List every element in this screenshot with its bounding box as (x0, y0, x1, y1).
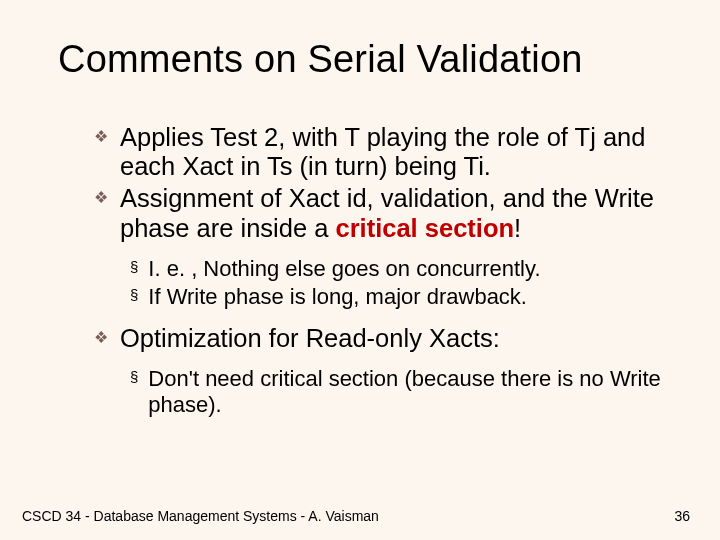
sub-bullet-item: § I. e. , Nothing else goes on concurren… (130, 256, 662, 282)
sub-bullet-text: If Write phase is long, major drawback. (148, 284, 527, 310)
bullet-list-level1: ❖ Optimization for Read-only Xacts: (94, 324, 662, 354)
bullet-list-level2: § I. e. , Nothing else goes on concurren… (130, 256, 662, 310)
slide: Comments on Serial Validation ❖ Applies … (0, 0, 720, 540)
sub-bullet-text: Don't need critical section (because the… (148, 366, 662, 418)
square-bullet-icon: § (130, 287, 138, 302)
bullet-list-level1: ❖ Applies Test 2, with T playing the rol… (94, 123, 662, 244)
bullet-item: ❖ Applies Test 2, with T playing the rol… (94, 123, 662, 183)
sub-bullet-text: I. e. , Nothing else goes on concurrentl… (148, 256, 540, 282)
diamond-bullet-icon: ❖ (94, 190, 108, 206)
sub-bullet-item: § Don't need critical section (because t… (130, 366, 662, 418)
bullet-text: Applies Test 2, with T playing the role … (120, 123, 662, 183)
page-number: 36 (674, 508, 690, 524)
bullet-text-suffix: ! (514, 214, 521, 242)
square-bullet-icon: § (130, 259, 138, 274)
diamond-bullet-icon: ❖ (94, 330, 108, 346)
bullet-list-level2: § Don't need critical section (because t… (130, 366, 662, 418)
sub-bullet-item: § If Write phase is long, major drawback… (130, 284, 662, 310)
critical-section-emphasis: critical section (335, 214, 514, 242)
bullet-item: ❖ Assignment of Xact id, validation, and… (94, 184, 662, 244)
footer-text: CSCD 34 - Database Management Systems - … (22, 508, 379, 524)
diamond-bullet-icon: ❖ (94, 129, 108, 145)
slide-title: Comments on Serial Validation (58, 38, 662, 81)
square-bullet-icon: § (130, 369, 138, 384)
bullet-text: Assignment of Xact id, validation, and t… (120, 184, 662, 244)
bullet-item: ❖ Optimization for Read-only Xacts: (94, 324, 662, 354)
bullet-text: Optimization for Read-only Xacts: (120, 324, 500, 354)
